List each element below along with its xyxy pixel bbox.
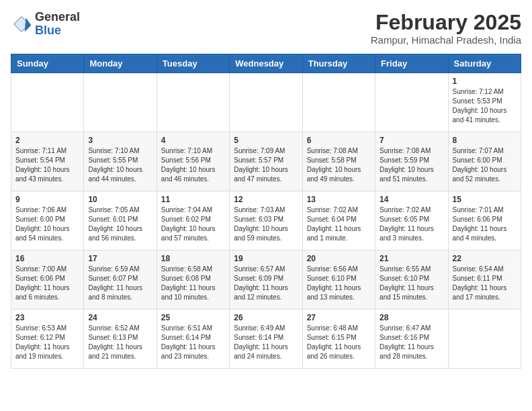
day-number: 3 — [88, 136, 152, 145]
calendar-day-cell — [448, 310, 521, 369]
day-number: 18 — [161, 254, 225, 263]
logo-general-text: General — [35, 11, 80, 24]
page-header: General Blue February 2025 Rampur, Himac… — [11, 11, 521, 46]
day-number: 11 — [161, 195, 225, 204]
day-info: Sunrise: 7:06 AM Sunset: 6:00 PM Dayligh… — [15, 205, 79, 243]
day-info: Sunrise: 7:05 AM Sunset: 6:01 PM Dayligh… — [88, 205, 152, 243]
day-number: 4 — [161, 136, 225, 145]
logo-blue-text: Blue — [35, 24, 80, 38]
day-number: 9 — [15, 195, 79, 204]
day-info: Sunrise: 6:52 AM Sunset: 6:13 PM Dayligh… — [88, 324, 152, 361]
logo: General Blue — [11, 11, 80, 38]
day-info: Sunrise: 7:03 AM Sunset: 6:03 PM Dayligh… — [234, 205, 298, 243]
calendar-day-cell: 25Sunrise: 6:51 AM Sunset: 6:14 PM Dayli… — [157, 310, 229, 369]
weekday-header: Friday — [375, 54, 448, 73]
weekday-header: Tuesday — [157, 54, 229, 73]
calendar-day-cell: 12Sunrise: 7:03 AM Sunset: 6:03 PM Dayli… — [230, 191, 302, 250]
calendar-week-row: 9Sunrise: 7:06 AM Sunset: 6:00 PM Daylig… — [11, 191, 521, 250]
day-info: Sunrise: 7:08 AM Sunset: 5:58 PM Dayligh… — [307, 146, 371, 184]
day-info: Sunrise: 6:48 AM Sunset: 6:15 PM Dayligh… — [307, 324, 371, 361]
calendar-day-cell: 20Sunrise: 6:56 AM Sunset: 6:10 PM Dayli… — [302, 250, 375, 310]
title-block: February 2025 Rampur, Himachal Pradesh, … — [371, 11, 521, 46]
day-info: Sunrise: 6:53 AM Sunset: 6:12 PM Dayligh… — [15, 324, 79, 361]
calendar-day-cell — [11, 73, 84, 132]
day-info: Sunrise: 7:11 AM Sunset: 5:54 PM Dayligh… — [15, 146, 79, 184]
day-info: Sunrise: 6:51 AM Sunset: 6:14 PM Dayligh… — [161, 324, 225, 361]
day-number: 6 — [307, 136, 371, 145]
calendar-day-cell: 13Sunrise: 7:02 AM Sunset: 6:04 PM Dayli… — [302, 191, 375, 250]
weekday-header: Wednesday — [230, 54, 302, 73]
calendar-week-row: 1Sunrise: 7:12 AM Sunset: 5:53 PM Daylig… — [11, 73, 521, 132]
day-info: Sunrise: 6:57 AM Sunset: 6:09 PM Dayligh… — [234, 265, 298, 302]
calendar-day-cell: 21Sunrise: 6:55 AM Sunset: 6:10 PM Dayli… — [375, 250, 448, 310]
day-number: 8 — [453, 136, 517, 145]
day-info: Sunrise: 7:10 AM Sunset: 5:55 PM Dayligh… — [88, 146, 152, 184]
day-number: 17 — [88, 254, 152, 263]
day-info: Sunrise: 7:09 AM Sunset: 5:57 PM Dayligh… — [234, 146, 298, 184]
calendar-day-cell: 18Sunrise: 6:58 AM Sunset: 6:08 PM Dayli… — [157, 250, 229, 310]
calendar-day-cell: 10Sunrise: 7:05 AM Sunset: 6:01 PM Dayli… — [84, 191, 157, 250]
day-number: 22 — [453, 254, 517, 263]
weekday-header-row: SundayMondayTuesdayWednesdayThursdayFrid… — [11, 54, 521, 73]
day-info: Sunrise: 6:58 AM Sunset: 6:08 PM Dayligh… — [161, 265, 225, 302]
day-info: Sunrise: 7:02 AM Sunset: 6:04 PM Dayligh… — [307, 205, 371, 243]
day-number: 19 — [234, 254, 298, 263]
day-info: Sunrise: 7:01 AM Sunset: 6:06 PM Dayligh… — [453, 205, 517, 243]
calendar-title: February 2025 — [371, 11, 521, 34]
logo-icon — [11, 13, 32, 35]
calendar-day-cell: 27Sunrise: 6:48 AM Sunset: 6:15 PM Dayli… — [302, 310, 375, 369]
calendar-day-cell: 1Sunrise: 7:12 AM Sunset: 5:53 PM Daylig… — [448, 73, 521, 132]
weekday-header: Monday — [84, 54, 157, 73]
calendar-table: SundayMondayTuesdayWednesdayThursdayFrid… — [11, 54, 521, 369]
calendar-day-cell — [84, 73, 157, 132]
calendar-day-cell: 7Sunrise: 7:08 AM Sunset: 5:59 PM Daylig… — [375, 132, 448, 191]
day-number: 1 — [453, 77, 517, 86]
calendar-subtitle: Rampur, Himachal Pradesh, India — [371, 34, 521, 46]
day-number: 14 — [380, 195, 443, 204]
day-number: 25 — [161, 313, 225, 322]
calendar-day-cell: 4Sunrise: 7:10 AM Sunset: 5:56 PM Daylig… — [157, 132, 229, 191]
day-number: 7 — [380, 136, 443, 145]
calendar-day-cell: 16Sunrise: 7:00 AM Sunset: 6:06 PM Dayli… — [11, 250, 84, 310]
calendar-day-cell: 6Sunrise: 7:08 AM Sunset: 5:58 PM Daylig… — [302, 132, 375, 191]
weekday-header: Thursday — [302, 54, 375, 73]
day-info: Sunrise: 6:56 AM Sunset: 6:10 PM Dayligh… — [307, 265, 371, 302]
day-info: Sunrise: 7:08 AM Sunset: 5:59 PM Dayligh… — [380, 146, 443, 184]
calendar-day-cell — [375, 73, 448, 132]
day-number: 15 — [453, 195, 517, 204]
day-info: Sunrise: 7:10 AM Sunset: 5:56 PM Dayligh… — [161, 146, 225, 184]
calendar-day-cell: 22Sunrise: 6:54 AM Sunset: 6:11 PM Dayli… — [448, 250, 521, 310]
day-number: 13 — [307, 195, 371, 204]
day-info: Sunrise: 6:54 AM Sunset: 6:11 PM Dayligh… — [453, 265, 517, 302]
calendar-week-row: 2Sunrise: 7:11 AM Sunset: 5:54 PM Daylig… — [11, 132, 521, 191]
calendar-day-cell: 9Sunrise: 7:06 AM Sunset: 6:00 PM Daylig… — [11, 191, 84, 250]
day-number: 23 — [15, 313, 79, 322]
day-info: Sunrise: 7:12 AM Sunset: 5:53 PM Dayligh… — [453, 87, 517, 125]
day-info: Sunrise: 6:55 AM Sunset: 6:10 PM Dayligh… — [380, 265, 443, 302]
day-number: 27 — [307, 313, 371, 322]
calendar-day-cell: 2Sunrise: 7:11 AM Sunset: 5:54 PM Daylig… — [11, 132, 84, 191]
calendar-day-cell: 14Sunrise: 7:02 AM Sunset: 6:05 PM Dayli… — [375, 191, 448, 250]
calendar-day-cell: 3Sunrise: 7:10 AM Sunset: 5:55 PM Daylig… — [84, 132, 157, 191]
calendar-day-cell: 26Sunrise: 6:49 AM Sunset: 6:14 PM Dayli… — [230, 310, 302, 369]
day-info: Sunrise: 7:07 AM Sunset: 6:00 PM Dayligh… — [453, 146, 517, 184]
day-number: 20 — [307, 254, 371, 263]
calendar-day-cell: 15Sunrise: 7:01 AM Sunset: 6:06 PM Dayli… — [448, 191, 521, 250]
day-number: 28 — [380, 313, 443, 322]
day-info: Sunrise: 7:04 AM Sunset: 6:02 PM Dayligh… — [161, 205, 225, 243]
day-info: Sunrise: 7:00 AM Sunset: 6:06 PM Dayligh… — [15, 265, 79, 302]
calendar-day-cell: 19Sunrise: 6:57 AM Sunset: 6:09 PM Dayli… — [230, 250, 302, 310]
calendar-day-cell: 8Sunrise: 7:07 AM Sunset: 6:00 PM Daylig… — [448, 132, 521, 191]
day-info: Sunrise: 6:47 AM Sunset: 6:16 PM Dayligh… — [380, 324, 443, 361]
calendar-day-cell: 24Sunrise: 6:52 AM Sunset: 6:13 PM Dayli… — [84, 310, 157, 369]
day-number: 16 — [15, 254, 79, 263]
day-number: 10 — [88, 195, 152, 204]
calendar-day-cell — [302, 73, 375, 132]
calendar-day-cell — [157, 73, 229, 132]
calendar-day-cell — [230, 73, 302, 132]
calendar-week-row: 23Sunrise: 6:53 AM Sunset: 6:12 PM Dayli… — [11, 310, 521, 369]
day-number: 21 — [380, 254, 443, 263]
day-number: 12 — [234, 195, 298, 204]
day-info: Sunrise: 6:49 AM Sunset: 6:14 PM Dayligh… — [234, 324, 298, 361]
day-info: Sunrise: 7:02 AM Sunset: 6:05 PM Dayligh… — [380, 205, 443, 243]
